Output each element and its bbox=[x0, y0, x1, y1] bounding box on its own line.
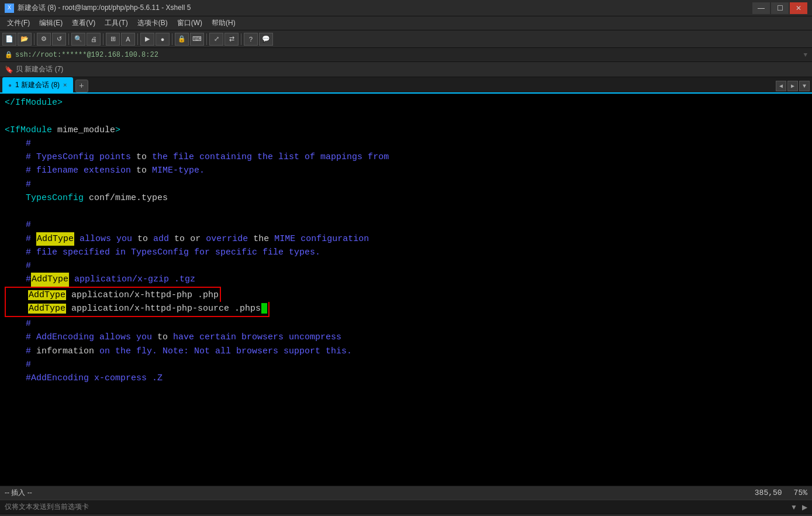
bottom-status-bar: 已连接 192.168.100.8:22。 SSH2 xterm 104x22 … bbox=[0, 514, 812, 516]
terminal-line: <IfModule mime_module> bbox=[5, 123, 807, 137]
text-cursor bbox=[261, 303, 267, 314]
menu-view[interactable]: 查看(V) bbox=[67, 17, 100, 29]
menu-window[interactable]: 窗口(W) bbox=[172, 17, 207, 29]
toolbar-sep4 bbox=[137, 33, 138, 45]
input-bar: 仅将文本发送到当前选项卡 ▼ ▶ bbox=[0, 500, 812, 514]
tab-bar: ● 1 新建会话 (8) × + ◀ ▶ ▼ bbox=[0, 77, 812, 94]
terminal-line: # TypesConfig points to the file contain… bbox=[5, 150, 807, 164]
toolbar-sep5 bbox=[172, 33, 172, 45]
maximize-button[interactable]: ☐ bbox=[771, 2, 789, 14]
vim-position: 385,50 75% bbox=[755, 489, 807, 497]
terminal-line: # information on the fly. Note: Not all … bbox=[5, 345, 807, 358]
terminal-line: # AddEncoding allows you to have certain… bbox=[5, 331, 807, 344]
tab-next-button[interactable]: ▶ bbox=[787, 81, 798, 91]
terminal-content[interactable]: </IfModule> <IfModule mime_module> # # T… bbox=[0, 94, 812, 486]
terminal-line: TypesConfig conf/mime.types bbox=[5, 191, 807, 205]
terminal-line: </IfModule> bbox=[5, 96, 807, 109]
toolbar-sep2 bbox=[68, 33, 69, 45]
toolbar-open[interactable]: 📂 bbox=[18, 33, 32, 46]
app-icon: X bbox=[5, 4, 14, 13]
close-button[interactable]: ✕ bbox=[790, 2, 807, 14]
toolbar-new[interactable]: 📄 bbox=[2, 33, 16, 46]
address-dropdown[interactable]: ▼ bbox=[803, 51, 807, 59]
input-placeholder: 仅将文本发送到当前选项卡 bbox=[5, 502, 790, 512]
terminal-line: # bbox=[5, 259, 807, 273]
tab-label: 1 新建会话 (8) bbox=[15, 80, 60, 90]
bookmark-icon: 🔖 bbox=[5, 66, 13, 74]
terminal-line: #AddType application/x-gzip .tgz bbox=[5, 273, 807, 286]
terminal-line bbox=[5, 205, 807, 218]
toolbar-btn1[interactable]: ⊞ bbox=[106, 33, 120, 46]
toolbar-resize[interactable]: ⤢ bbox=[209, 33, 223, 46]
menu-file[interactable]: 文件(F) bbox=[2, 17, 34, 29]
sessions-label[interactable]: 贝 新建会话 (7) bbox=[16, 64, 63, 74]
toolbar-transfer[interactable]: ⇄ bbox=[224, 33, 239, 46]
window-controls[interactable]: — ☐ ✕ bbox=[752, 2, 807, 14]
vim-mode: -- 插入 -- bbox=[5, 488, 755, 498]
toolbar-print[interactable]: 🖨 bbox=[87, 33, 101, 46]
title-bar-left: X 新建会话 (8) - root@lamp:/opt/php/php-5.6.… bbox=[5, 3, 191, 13]
toolbar-sep1 bbox=[34, 33, 34, 45]
input-dropdown[interactable]: ▼ bbox=[790, 503, 797, 511]
scroll-percent: 75% bbox=[794, 489, 807, 497]
minimize-button[interactable]: — bbox=[752, 2, 770, 14]
toolbar-chat[interactable]: 💬 bbox=[259, 33, 273, 46]
menu-edit[interactable]: 编辑(E) bbox=[34, 17, 67, 29]
address-url: ssh://root:******@192.168.100.8:22 bbox=[15, 51, 158, 59]
tab-close-button[interactable]: × bbox=[63, 81, 67, 88]
toolbar: 📄 📂 ⚙ ↺ 🔍 🖨 ⊞ A ▶ ● 🔒 ⌨ ⤢ ⇄ ? 💬 bbox=[0, 30, 812, 48]
new-tab-button[interactable]: + bbox=[75, 80, 88, 92]
toolbar-record[interactable]: ● bbox=[156, 33, 170, 46]
terminal-line: # bbox=[5, 317, 807, 331]
address-bar: 🔒 ssh://root:******@192.168.100.8:22 ▼ bbox=[0, 48, 812, 62]
toolbar-help[interactable]: ? bbox=[244, 33, 258, 46]
terminal-line: AddType application/x-httpd-php-source .… bbox=[5, 302, 807, 317]
cursor-position: 385,50 bbox=[755, 489, 782, 497]
terminal-line: # AddType allows you to add to or overri… bbox=[5, 232, 807, 246]
vim-status-bar: -- 插入 -- 385,50 75% bbox=[0, 486, 812, 500]
toolbar-sep7 bbox=[241, 33, 241, 45]
terminal-line: # bbox=[5, 137, 807, 150]
toolbar-sep6 bbox=[206, 33, 207, 45]
tab-prev-button[interactable]: ◀ bbox=[776, 81, 786, 91]
window-title: 新建会话 (8) - root@lamp:/opt/php/php-5.6.11… bbox=[18, 3, 191, 13]
terminal-line: # bbox=[5, 358, 807, 371]
terminal-line: # bbox=[5, 178, 807, 191]
menu-tools[interactable]: 工具(T) bbox=[100, 17, 132, 29]
terminal-line: # bbox=[5, 218, 807, 232]
title-bar: X 新建会话 (8) - root@lamp:/opt/php/php-5.6.… bbox=[0, 0, 812, 16]
toolbar-play[interactable]: ▶ bbox=[140, 33, 154, 46]
toolbar-sep3 bbox=[103, 33, 103, 45]
toolbar-refresh[interactable]: ↺ bbox=[52, 33, 66, 46]
toolbar-settings[interactable]: ⚙ bbox=[37, 33, 51, 46]
input-send[interactable]: ▶ bbox=[802, 503, 807, 511]
menu-bar: 文件(F) 编辑(E) 查看(V) 工具(T) 选项卡(B) 窗口(W) 帮助(… bbox=[0, 16, 812, 30]
terminal-line: # filename extension to MIME-type. bbox=[5, 164, 807, 177]
tab-menu-button[interactable]: ▼ bbox=[799, 81, 810, 91]
terminal-line: # file specified in TypesConfig for spec… bbox=[5, 246, 807, 259]
toolbar-lock[interactable]: 🔒 bbox=[175, 33, 189, 46]
menu-help[interactable]: 帮助(H) bbox=[207, 17, 240, 29]
tab-indicator: ● bbox=[8, 82, 12, 88]
tab-navigation: ◀ ▶ ▼ bbox=[776, 81, 810, 91]
terminal-line bbox=[5, 109, 807, 123]
lock-icon: 🔒 bbox=[5, 51, 13, 59]
toolbar-zoom[interactable]: 🔍 bbox=[71, 33, 85, 46]
toolbar-font[interactable]: A bbox=[121, 33, 135, 46]
session-tab[interactable]: ● 1 新建会话 (8) × bbox=[2, 77, 73, 92]
input-controls: ▼ ▶ bbox=[790, 503, 807, 511]
terminal-line: #AddEncoding x-compress .Z bbox=[5, 371, 807, 385]
toolbar-key[interactable]: ⌨ bbox=[190, 33, 204, 46]
terminal-line: AddType application/x-httpd-php .php bbox=[5, 287, 807, 302]
sessions-bar: 🔖 贝 新建会话 (7) bbox=[0, 62, 812, 77]
menu-tabs[interactable]: 选项卡(B) bbox=[133, 17, 172, 29]
